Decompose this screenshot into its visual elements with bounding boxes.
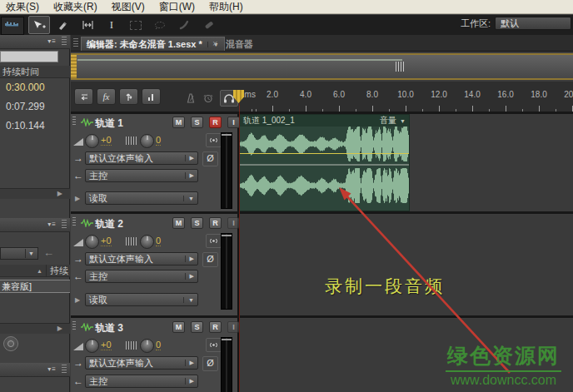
track-io-toggle-button[interactable] bbox=[74, 88, 93, 105]
panel-menu-icon[interactable]: ▾≡ bbox=[47, 37, 57, 45]
lasso-selection-tool-icon[interactable] bbox=[149, 16, 171, 34]
metering-toggle-button[interactable] bbox=[142, 88, 161, 105]
file-row-selected[interactable]: 兼容版] bbox=[0, 280, 70, 293]
volume-knob[interactable] bbox=[85, 339, 99, 353]
output-dropdown[interactable]: 主控 ▶ bbox=[85, 169, 198, 182]
input-dropdown[interactable]: 默认立体声输入 ▶ bbox=[85, 151, 198, 165]
menu-effects[interactable]: 效果(S) bbox=[6, 0, 39, 14]
horizontal-scrollbar[interactable]: ▶ bbox=[0, 188, 70, 199]
metronome-icon[interactable] bbox=[185, 92, 197, 104]
track-lane-2[interactable] bbox=[239, 215, 573, 315]
input-monitor-button[interactable]: I bbox=[227, 321, 240, 333]
solo-button[interactable]: S bbox=[191, 321, 203, 333]
clip-volume-label[interactable]: 音量 bbox=[380, 115, 396, 127]
tab-mixer[interactable]: 混音器 bbox=[226, 38, 253, 51]
disclosure-arrow-icon[interactable]: ▶ bbox=[75, 296, 80, 304]
panel-search-field[interactable] bbox=[0, 51, 58, 62]
record-arm-button[interactable]: R bbox=[209, 217, 222, 229]
loop-playback-button[interactable] bbox=[3, 336, 18, 351]
close-icon[interactable]: × bbox=[212, 38, 217, 48]
phase-invert-button[interactable]: Ø bbox=[202, 151, 218, 166]
volume-value[interactable]: +0 bbox=[101, 136, 112, 146]
audio-clip[interactable]: 轨道 1_002_1 音量 ▼ bbox=[239, 114, 410, 211]
paintbrush-tool-icon[interactable] bbox=[173, 16, 195, 34]
volume-knob[interactable] bbox=[85, 134, 99, 148]
marquee-selection-tool-icon[interactable] bbox=[125, 16, 147, 34]
navigator-left-handle[interactable] bbox=[71, 55, 77, 78]
back-arrow-icon[interactable]: ← bbox=[43, 246, 54, 259]
time-selection-tool-icon[interactable]: I bbox=[101, 16, 122, 34]
pan-knob[interactable] bbox=[140, 235, 154, 249]
panel-grip-icon[interactable] bbox=[73, 38, 78, 48]
track-drag-handle[interactable] bbox=[72, 321, 76, 331]
sort-ascending-icon[interactable]: ▲ bbox=[37, 268, 42, 274]
speaker-monitor-button[interactable] bbox=[206, 338, 222, 352]
pan-value[interactable]: 0 bbox=[156, 136, 161, 146]
multitrack-view-button[interactable] bbox=[1, 17, 24, 35]
duration-row[interactable]: 0:30.000 bbox=[0, 78, 70, 97]
volume-value[interactable]: +0 bbox=[101, 340, 112, 350]
track-drag-handle[interactable] bbox=[72, 217, 76, 227]
menu-window[interactable]: 窗口(W) bbox=[159, 0, 195, 14]
track-drag-handle[interactable] bbox=[72, 117, 76, 127]
solo-button[interactable]: S bbox=[191, 117, 203, 128]
duration-row[interactable]: 0:07.299 bbox=[0, 97, 70, 116]
input-monitor-button[interactable]: I bbox=[227, 117, 240, 128]
output-dropdown[interactable]: 主控 ▶ bbox=[85, 270, 198, 283]
zoom-navigator[interactable] bbox=[71, 53, 573, 80]
workspace-select[interactable]: 默认 bbox=[495, 17, 571, 30]
track-name[interactable]: 轨道 1 bbox=[95, 117, 123, 131]
input-dropdown[interactable]: 默认立体声输入 ▶ bbox=[85, 252, 198, 265]
automation-toggle-button[interactable] bbox=[119, 88, 138, 105]
duration-column-header[interactable]: 持续时间 bbox=[0, 66, 70, 78]
track-name[interactable]: 轨道 2 bbox=[95, 217, 123, 231]
panel-grip-icon[interactable] bbox=[62, 220, 67, 229]
automation-dropdown[interactable]: 读取 ▼ bbox=[85, 293, 198, 306]
automation-dropdown[interactable]: 读取 ▼ bbox=[85, 191, 198, 205]
duration-row[interactable]: 0:10.144 bbox=[0, 117, 70, 135]
pan-knob[interactable] bbox=[140, 339, 154, 353]
disclosure-arrow-icon[interactable]: ▶ bbox=[75, 195, 80, 202]
playhead-line[interactable] bbox=[239, 103, 240, 392]
timeline-ruler[interactable]: hms 2.04.06.08.010.012.014.016.018.020.0 bbox=[236, 88, 573, 113]
phase-invert-button[interactable]: Ø bbox=[202, 252, 218, 267]
speaker-monitor-button[interactable] bbox=[206, 133, 222, 147]
navigator-grip-icon[interactable] bbox=[396, 62, 406, 72]
solo-button[interactable]: S bbox=[191, 217, 203, 229]
alarm-clock-icon[interactable] bbox=[202, 92, 214, 104]
volume-value[interactable]: +0 bbox=[101, 236, 112, 246]
menu-view[interactable]: 视图(V) bbox=[112, 0, 145, 14]
tab-editor[interactable]: 编辑器: 未命名混音 1.sesx * ▼ bbox=[81, 37, 225, 51]
scroll-right-icon[interactable]: ▶ bbox=[57, 190, 62, 197]
record-arm-button[interactable]: R bbox=[209, 117, 222, 128]
input-monitor-button[interactable]: I bbox=[227, 217, 240, 229]
panel-grip-icon[interactable] bbox=[62, 365, 67, 374]
volume-knob[interactable] bbox=[85, 235, 99, 249]
clip-header[interactable]: 轨道 1_002_1 音量 ▼ bbox=[240, 115, 409, 127]
pan-value[interactable]: 0 bbox=[156, 236, 161, 246]
pan-knob[interactable] bbox=[140, 134, 154, 148]
track-divider[interactable] bbox=[71, 211, 573, 214]
menu-favorites[interactable]: 收藏夹(R) bbox=[53, 0, 97, 14]
scroll-right-icon[interactable]: ▶ bbox=[57, 325, 62, 332]
chevron-down-icon[interactable]: ▼ bbox=[400, 118, 406, 124]
track-name[interactable]: 轨道 3 bbox=[95, 321, 123, 335]
record-arm-button[interactable]: R bbox=[209, 321, 222, 333]
fx-rack-toggle-button[interactable]: fx bbox=[97, 88, 116, 105]
slip-tool-icon[interactable] bbox=[77, 16, 98, 34]
move-tool-icon[interactable] bbox=[28, 16, 50, 34]
menu-help[interactable]: 帮助(H) bbox=[209, 0, 243, 14]
track-divider[interactable] bbox=[71, 315, 573, 318]
panel-menu-icon[interactable]: ▾≡ bbox=[47, 365, 57, 373]
volume-envelope-line[interactable] bbox=[240, 153, 409, 154]
files-column-header[interactable]: ▲ 持续 bbox=[0, 265, 70, 277]
output-dropdown[interactable]: 主控 ▶ bbox=[85, 375, 198, 388]
mute-button[interactable]: M bbox=[172, 321, 185, 333]
mute-button[interactable]: M bbox=[172, 217, 185, 229]
mute-button[interactable]: M bbox=[172, 117, 185, 128]
razor-tool-icon[interactable] bbox=[52, 16, 74, 34]
files-filter-dropdown[interactable]: ▼ bbox=[0, 247, 38, 260]
input-dropdown[interactable]: 默认立体声输入 ▶ bbox=[85, 356, 198, 370]
spot-healing-brush-tool-icon[interactable] bbox=[197, 16, 219, 34]
pan-value[interactable]: 0 bbox=[156, 340, 161, 350]
